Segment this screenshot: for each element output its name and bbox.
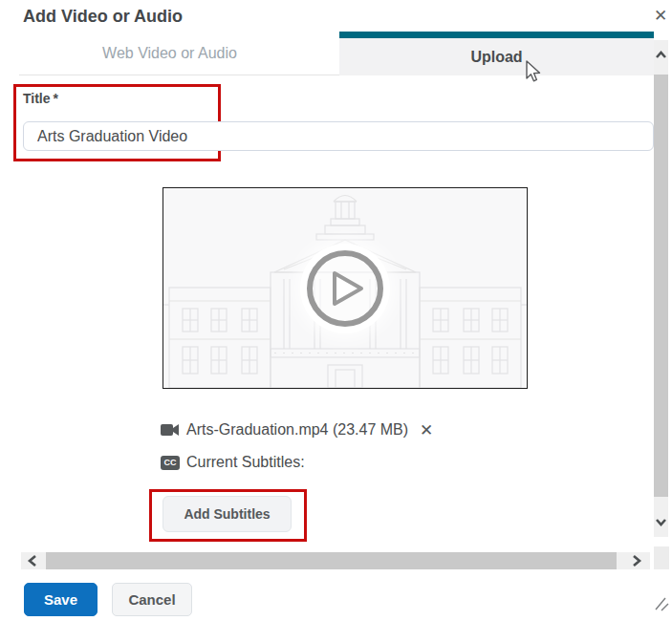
tab-upload-label: Upload	[470, 49, 522, 66]
scroll-right-icon[interactable]	[631, 554, 642, 567]
dialog-title: Add Video or Audio	[23, 7, 183, 27]
play-circle-icon	[307, 250, 383, 327]
cancel-button[interactable]: Cancel	[112, 583, 192, 616]
scrollbar-corner	[654, 546, 669, 569]
video-camera-icon	[161, 423, 180, 437]
add-video-audio-dialog: Add Video or Audio ✕ Web Video or Audio …	[0, 0, 672, 621]
current-subtitles-label: Current Subtitles:	[186, 454, 305, 471]
save-button[interactable]: Save	[24, 583, 98, 616]
tab-web-video-or-audio[interactable]: Web Video or Audio	[0, 32, 339, 75]
resize-handle-icon[interactable]	[653, 595, 670, 612]
scroll-down-icon[interactable]	[655, 517, 667, 527]
vertical-scrollbar[interactable]	[654, 40, 668, 537]
closed-captions-icon: CC	[161, 456, 180, 470]
title-input[interactable]	[23, 121, 654, 151]
file-name-text: Arts-Graduation.mp4 (23.47 MB)	[186, 421, 408, 439]
close-icon[interactable]: ✕	[651, 7, 670, 26]
required-asterisk: *	[54, 91, 58, 106]
tab-upload[interactable]: Upload	[339, 32, 654, 75]
video-preview	[163, 187, 528, 389]
scroll-left-icon[interactable]	[27, 554, 38, 567]
tab-web-video-or-audio-label: Web Video or Audio	[102, 45, 237, 62]
uploaded-file-row: Arts-Graduation.mp4 (23.47 MB) ✕	[161, 421, 433, 439]
horizontal-scrollbar[interactable]	[21, 552, 650, 569]
current-subtitles-row: CC Current Subtitles:	[161, 454, 305, 471]
tab-underline-divider	[19, 75, 339, 75]
title-field-label: Title*	[23, 91, 58, 106]
add-subtitles-button[interactable]: Add Subtitles	[163, 496, 292, 532]
scroll-up-icon[interactable]	[655, 50, 667, 60]
horizontal-scrollbar-thumb[interactable]	[46, 552, 617, 569]
remove-file-icon[interactable]: ✕	[420, 422, 433, 439]
play-button[interactable]	[307, 250, 383, 327]
vertical-scrollbar-thumb[interactable]	[654, 75, 668, 497]
